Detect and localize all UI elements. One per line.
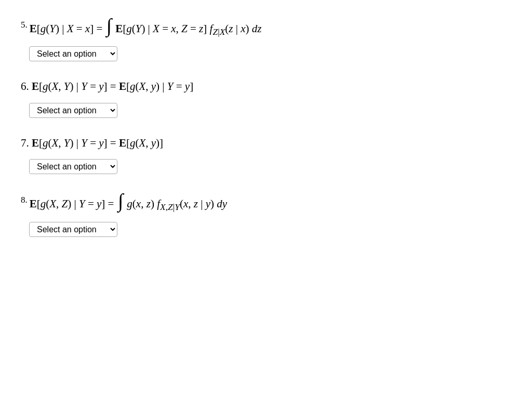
q7-select-wrapper: Select an option True False Sometimes Tr… [25,159,511,174]
q8-select-wrapper: Select an option True False Sometimes Tr… [25,222,511,237]
q8-math: E[g(X, Z) | Y = y] = ∫ g(x, z) fX,Z|Y(x,… [30,191,227,214]
integral-symbol-5: ∫ [107,15,112,36]
q5-number: 5. [21,18,28,32]
q6-select[interactable]: Select an option True False Sometimes Tr… [29,103,117,118]
q6-select-wrapper: Select an option True False Sometimes Tr… [25,103,511,118]
question-6: 6. E[g(X, Y) | Y = y] = E[g(X, y) | Y = … [21,78,511,118]
equation-6: 6. E[g(X, Y) | Y = y] = E[g(X, y) | Y = … [21,78,511,96]
q8-select[interactable]: Select an option True False Sometimes Tr… [29,222,117,237]
q5-select[interactable]: Select an option True False Sometimes Tr… [29,46,117,61]
question-7: 7. E[g(X, Y) | Y = y] = E[g(X, y)] Selec… [21,135,511,175]
q8-number: 8. [21,193,28,207]
question-5: 5. E[g(Y) | X = x] = ∫ E[g(Y) | X = x, Z… [21,16,511,61]
q6-math: 6. E[g(X, Y) | Y = y] = E[g(X, y) | Y = … [21,78,193,96]
integral-symbol-8: ∫ [118,190,123,212]
equation-5: 5. E[g(Y) | X = x] = ∫ E[g(Y) | X = x, Z… [21,16,511,39]
q7-math: 7. E[g(X, Y) | Y = y] = E[g(X, y)] [21,135,163,152]
q7-select[interactable]: Select an option True False Sometimes Tr… [29,159,117,174]
question-8: 8. E[g(X, Z) | Y = y] = ∫ g(x, z) fX,Z|Y… [21,191,511,236]
q5-math: E[g(Y) | X = x] = ∫ E[g(Y) | X = x, Z = … [30,16,262,39]
equation-8: 8. E[g(X, Z) | Y = y] = ∫ g(x, z) fX,Z|Y… [21,191,511,214]
equation-7: 7. E[g(X, Y) | Y = y] = E[g(X, y)] [21,135,511,152]
q5-select-wrapper: Select an option True False Sometimes Tr… [25,46,511,61]
